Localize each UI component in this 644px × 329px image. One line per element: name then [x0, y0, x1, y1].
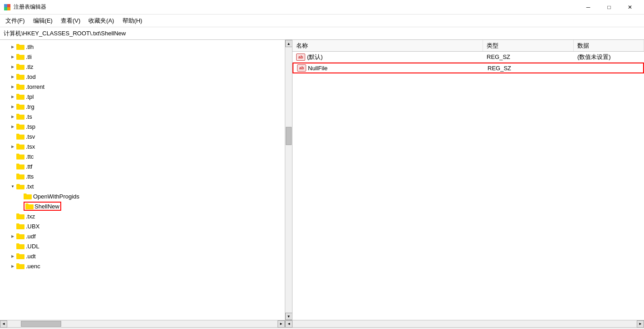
- folder-icon-ts: [16, 113, 24, 120]
- svg-rect-3: [7, 7, 10, 10]
- vscroll-thumb[interactable]: [286, 127, 292, 145]
- expander-tlh[interactable]: ▶: [9, 43, 16, 50]
- folder-icon-txz: [16, 213, 24, 220]
- tree-label-tlz: .tlz: [26, 63, 34, 70]
- tree-hscroll[interactable]: ◄ ►: [0, 320, 285, 327]
- tree-item-udf[interactable]: ▶ .udf: [0, 231, 285, 241]
- hscroll-track-right[interactable]: [293, 320, 637, 327]
- expander-torrent[interactable]: ▶: [9, 83, 16, 90]
- menu-file[interactable]: 文件(F): [2, 16, 29, 26]
- cell-name-nullfile: ab NullFile: [293, 64, 484, 72]
- tree-item-openwithprogids[interactable]: OpenWithProgids: [0, 191, 285, 201]
- folder-icon-tsx: [16, 143, 24, 150]
- folder-icon-tod: [16, 73, 24, 80]
- tree-item-txt[interactable]: ▼ .txt: [0, 181, 285, 191]
- address-bar: 计算机\HKEY_CLASSES_ROOT\.txt\ShellNew: [0, 27, 644, 40]
- reg-icon-nullfile: ab: [297, 64, 306, 72]
- menu-edit[interactable]: 编辑(E): [29, 16, 56, 26]
- folder-icon-tlh: [16, 43, 24, 50]
- tree-item-shellnew[interactable]: ShellNew: [0, 201, 285, 211]
- tree-label-tsp: .tsp: [26, 123, 35, 130]
- expander-tsx[interactable]: ▶: [9, 143, 16, 150]
- hscroll-right-right-btn[interactable]: ►: [637, 320, 644, 328]
- tree-label-openwithprogids: OpenWithProgids: [33, 193, 79, 200]
- expander-udf[interactable]: ▶: [9, 232, 16, 240]
- right-hscroll[interactable]: ◄ ►: [285, 320, 644, 327]
- folder-icon-udf: [16, 232, 24, 240]
- status-bar: [0, 327, 644, 329]
- title-bar-left: 注册表编辑器: [4, 3, 46, 11]
- tree-item-ttc[interactable]: .ttc: [0, 151, 285, 161]
- tree-item-tsp[interactable]: ▶ .tsp: [0, 121, 285, 131]
- tree-item-udt[interactable]: ▶ .udt: [0, 251, 285, 261]
- cell-name-default: ab (默认): [293, 53, 483, 61]
- col-header-type[interactable]: 类型: [483, 40, 574, 51]
- tree-item-tod[interactable]: ▶ .tod: [0, 72, 285, 82]
- tree-vscroll[interactable]: ▲ ▼: [285, 40, 292, 320]
- tree-label-tod: .tod: [26, 73, 36, 80]
- tree-item-txz[interactable]: .txz: [0, 211, 285, 221]
- expander-udt[interactable]: ▶: [9, 252, 16, 260]
- expander-tod[interactable]: ▶: [9, 73, 16, 80]
- hscroll-left-btn[interactable]: ◄: [0, 320, 7, 328]
- table-row-default[interactable]: ab (默认) REG_SZ (数值未设置): [293, 52, 644, 63]
- tree-item-udl[interactable]: .UDL: [0, 241, 285, 251]
- vscroll-track[interactable]: [285, 47, 292, 313]
- menu-help[interactable]: 帮助(H): [119, 16, 146, 26]
- expander-ttc: [9, 153, 16, 160]
- expander-trg[interactable]: ▶: [9, 103, 16, 110]
- tree-item-tsv[interactable]: .tsv: [0, 131, 285, 141]
- tree-item-ttf[interactable]: .ttf: [0, 161, 285, 171]
- expander-tlz[interactable]: ▶: [9, 63, 16, 70]
- tree-label-tlh: .tlh: [26, 44, 34, 50]
- table-row-nullfile[interactable]: ab NullFile REG_SZ: [293, 63, 644, 73]
- tree-item-tsx[interactable]: ▶ .tsx: [0, 141, 285, 151]
- hscroll-thumb-left[interactable]: [21, 321, 61, 327]
- tree-label-tts: .tts: [26, 173, 34, 180]
- maximize-button[interactable]: □: [599, 0, 620, 15]
- cell-type-default: REG_SZ: [483, 53, 574, 60]
- tree-pane[interactable]: ▶ .tlh ▶ .tli ▶: [0, 40, 293, 320]
- folder-icon-ubx: [16, 223, 24, 230]
- tree-item-tts[interactable]: .tts: [0, 171, 285, 181]
- main-content: ▶ .tlh ▶ .tli ▶: [0, 40, 644, 320]
- tree-item-ubx[interactable]: .UBX: [0, 221, 285, 231]
- window-title: 注册表编辑器: [14, 3, 46, 11]
- tree-item-torrent[interactable]: ▶ .torrent: [0, 82, 285, 92]
- hscroll-right-btn[interactable]: ►: [278, 320, 285, 328]
- vscroll-up-btn[interactable]: ▲: [285, 40, 293, 47]
- folder-icon-udl: [16, 242, 24, 250]
- tree-label-udf: .udf: [26, 233, 36, 240]
- expander-uenc[interactable]: ▶: [9, 262, 16, 270]
- tree-label-udl: .UDL: [26, 243, 39, 250]
- tree-label-tsv: .tsv: [26, 133, 35, 140]
- tree-label-torrent: .torrent: [26, 83, 44, 90]
- minimize-button[interactable]: ─: [578, 0, 599, 15]
- col-header-name[interactable]: 名称: [293, 40, 483, 51]
- tree-item-tlh[interactable]: ▶ .tlh: [0, 42, 285, 52]
- expander-tpl[interactable]: ▶: [9, 93, 16, 100]
- folder-icon-txt: [16, 183, 24, 190]
- vscroll-down-btn[interactable]: ▼: [285, 313, 293, 320]
- menu-favorites[interactable]: 收藏夹(A): [85, 16, 117, 26]
- tree-item-uenc[interactable]: ▶ .uenc: [0, 261, 285, 271]
- close-button[interactable]: ✕: [620, 0, 640, 15]
- tree-item-trg[interactable]: ▶ .trg: [0, 102, 285, 111]
- tree-item-tlz[interactable]: ▶ .tlz: [0, 62, 285, 72]
- expander-tli[interactable]: ▶: [9, 53, 16, 60]
- expander-tsp[interactable]: ▶: [9, 123, 16, 130]
- expander-ts[interactable]: ▶: [9, 113, 16, 120]
- tree-label-udt: .udt: [26, 253, 36, 260]
- tree-label-txz: .txz: [26, 213, 35, 220]
- expander-txt[interactable]: ▼: [9, 183, 16, 190]
- tree-item-tpl[interactable]: ▶ .tpl: [0, 92, 285, 102]
- expander-udl: [9, 242, 16, 250]
- right-pane: 名称 类型 数据 ab (默认) REG_SZ (数值未设置) ab NullF…: [293, 40, 644, 320]
- menu-view[interactable]: 查看(V): [57, 16, 84, 26]
- hscroll-right-left-btn[interactable]: ◄: [285, 320, 293, 328]
- col-header-data[interactable]: 数据: [574, 40, 644, 51]
- tree-item-tli[interactable]: ▶ .tli: [0, 52, 285, 62]
- hscroll-track-left[interactable]: [7, 320, 278, 327]
- tree-item-ts[interactable]: ▶ .ts: [0, 111, 285, 121]
- folder-icon-tsv: [16, 133, 24, 140]
